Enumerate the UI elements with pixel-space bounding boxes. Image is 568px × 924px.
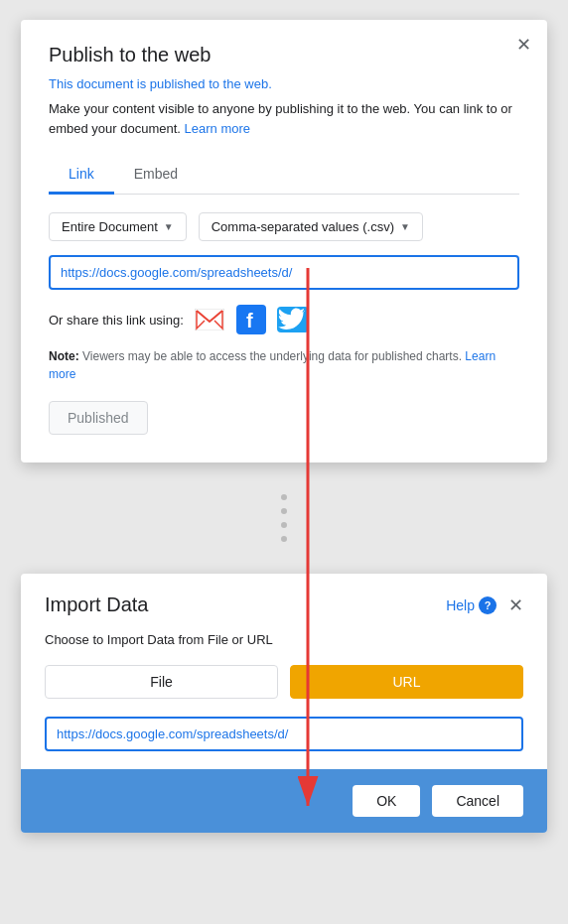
svg-text:f: f — [246, 310, 253, 331]
import-dialog-title: Import Data — [45, 594, 148, 616]
dot-4 — [281, 536, 287, 542]
tab-embed[interactable]: Embed — [114, 156, 198, 195]
share-row: Or share this link using: f — [49, 304, 519, 335]
published-button: Published — [49, 401, 148, 435]
import-close-button[interactable]: ✕ — [508, 594, 523, 616]
cancel-button[interactable]: Cancel — [432, 785, 523, 817]
import-description: Choose to Import Data from File or URL — [45, 632, 523, 647]
publish-url-input[interactable] — [49, 255, 519, 290]
dropdowns-row: Entire Document ▼ Comma-separated values… — [49, 212, 519, 241]
description-text: Make your content visible to anyone by p… — [49, 99, 519, 138]
facebook-share-icon[interactable]: f — [235, 304, 267, 335]
dropdown2-arrow-icon: ▼ — [400, 221, 410, 232]
dots-separator — [0, 474, 568, 562]
gmail-share-icon[interactable] — [194, 304, 225, 335]
close-button[interactable]: ✕ — [516, 36, 531, 54]
dot-1 — [281, 494, 287, 500]
tab-link[interactable]: Link — [49, 156, 114, 195]
import-type-buttons: File URL — [45, 665, 523, 699]
help-icon: ? — [479, 596, 497, 614]
import-dialog: Import Data Help ? ✕ Choose to Import Da… — [21, 574, 547, 833]
dot-2 — [281, 508, 287, 514]
note-text: Note: Viewers may be able to access the … — [49, 347, 519, 383]
file-button[interactable]: File — [45, 665, 278, 699]
import-dialog-footer: OK Cancel — [21, 769, 547, 833]
dialog-title: Publish to the web — [49, 44, 519, 66]
tab-bar: Link Embed — [49, 156, 519, 195]
url-button[interactable]: URL — [290, 665, 523, 699]
dot-3 — [281, 522, 287, 528]
note-bold: Note: — [49, 349, 79, 363]
ok-button[interactable]: OK — [353, 785, 420, 817]
twitter-share-icon[interactable] — [277, 304, 309, 335]
help-link[interactable]: Help ? — [446, 596, 497, 614]
learn-more-link-top[interactable]: Learn more — [185, 121, 250, 136]
help-label: Help — [446, 597, 475, 613]
published-notice: This document is published to the web. — [49, 76, 519, 91]
note-body: Viewers may be able to access the underl… — [82, 349, 462, 363]
publish-dialog: Publish to the web ✕ This document is pu… — [21, 20, 547, 462]
import-dialog-body: Choose to Import Data from File or URL F… — [21, 624, 547, 751]
import-url-input[interactable] — [45, 717, 523, 751]
document-scope-dropdown[interactable]: Entire Document ▼ — [49, 212, 187, 241]
share-label: Or share this link using: — [49, 313, 184, 328]
dropdown1-arrow-icon: ▼ — [164, 221, 174, 232]
import-dialog-header: Import Data Help ? ✕ — [21, 574, 547, 624]
format-dropdown[interactable]: Comma-separated values (.csv) ▼ — [199, 212, 423, 241]
